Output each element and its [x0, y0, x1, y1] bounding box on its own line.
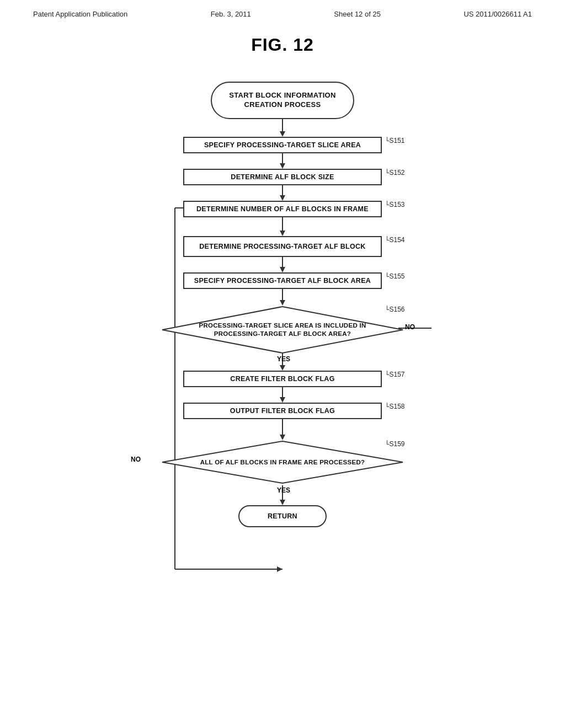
flowchart: START BLOCK INFORMATION CREATION PROCESS…: [89, 72, 476, 667]
node-s157: CREATE FILTER BLOCK FLAG: [183, 371, 382, 387]
svg-marker-5: [280, 195, 285, 201]
label-s159: └S159: [385, 440, 405, 448]
svg-marker-19: [280, 397, 285, 403]
node-s154: DETERMINE PROCESSING-TARGET ALF BLOCK: [183, 236, 382, 257]
header-left: Patent Application Publication: [33, 10, 127, 18]
label-s155: └S155: [385, 272, 405, 280]
flowchart-arrows: [89, 72, 476, 667]
node-s151: SPECIFY PROCESSING-TARGET SLICE AREA: [183, 137, 382, 153]
header-sheet: Sheet 12 of 25: [334, 10, 381, 18]
yes-label-s156: YES: [277, 355, 290, 363]
page-header: Patent Application Publication Feb. 3, 2…: [0, 0, 565, 18]
svg-marker-1: [280, 131, 285, 137]
node-s158: OUTPUT FILTER BLOCK FLAG: [183, 403, 382, 419]
no-label-s156: NO: [405, 323, 415, 331]
header-right: US 2011/0026611 A1: [463, 10, 532, 18]
node-s153: DETERMINE NUMBER OF ALF BLOCKS IN FRAME: [183, 201, 382, 217]
node-start: START BLOCK INFORMATION CREATION PROCESS: [211, 82, 354, 119]
label-s154: └S154: [385, 236, 405, 244]
node-s156: PROCESSING-TARGET SLICE AREA IS INCLUDED…: [161, 306, 404, 354]
label-s158: └S158: [385, 403, 405, 410]
svg-marker-3: [280, 163, 285, 169]
label-s151: └S151: [385, 137, 405, 144]
node-s152: DETERMINE ALF BLOCK SIZE: [183, 169, 382, 185]
label-s153: └S153: [385, 201, 405, 208]
figure-title: FIG. 12: [0, 35, 565, 55]
svg-marker-17: [280, 365, 285, 371]
svg-marker-7: [280, 231, 285, 236]
header-middle: Feb. 3, 2011: [211, 10, 251, 18]
svg-marker-21: [280, 435, 285, 440]
svg-marker-15: [280, 300, 285, 306]
svg-marker-11: [277, 566, 282, 572]
svg-marker-13: [280, 267, 285, 272]
yes-label-s159: YES: [277, 486, 290, 494]
node-s159: ALL OF ALF BLOCKS IN FRAME ARE PROCESSED…: [161, 440, 404, 484]
svg-marker-23: [280, 500, 285, 505]
label-s156: └S156: [385, 306, 405, 313]
no-label-s159: NO: [131, 456, 141, 463]
label-s157: └S157: [385, 371, 405, 378]
node-return: RETURN: [238, 505, 327, 527]
node-s155: SPECIFY PROCESSING-TARGET ALF BLOCK AREA: [183, 272, 382, 289]
label-s152: └S152: [385, 169, 405, 176]
